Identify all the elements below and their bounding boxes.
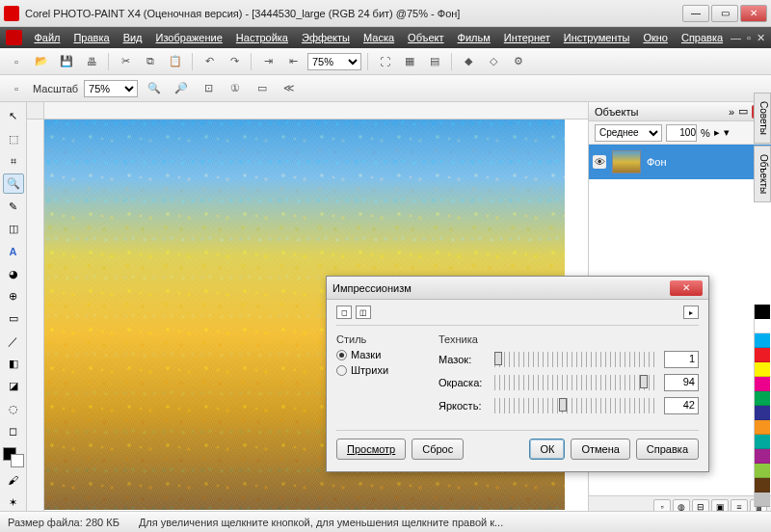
menu-file[interactable]: Файл bbox=[28, 30, 66, 45]
mdi-minimize-button[interactable]: — bbox=[731, 32, 741, 44]
mdi-close-button[interactable]: ✕ bbox=[757, 32, 765, 44]
preview-single-icon[interactable]: ◻ bbox=[336, 306, 352, 319]
ok-button[interactable]: ОК bbox=[529, 439, 565, 460]
paint-tool[interactable]: 🖌 bbox=[3, 469, 24, 490]
mdi-restore-button[interactable]: ▫ bbox=[747, 32, 751, 44]
palette-swatch[interactable] bbox=[755, 348, 770, 362]
style-mazki-radio[interactable]: Мазки bbox=[336, 349, 423, 360]
palette-swatch[interactable] bbox=[755, 305, 770, 319]
layer-item[interactable]: 👁 Фон bbox=[589, 145, 771, 179]
preview-flyout-icon[interactable]: ▸ bbox=[683, 306, 699, 319]
undo-button[interactable]: ↶ bbox=[199, 51, 220, 72]
palette-swatch[interactable] bbox=[755, 377, 770, 391]
preview-split-icon[interactable]: ◫ bbox=[356, 306, 371, 319]
menu-help[interactable]: Справка bbox=[676, 30, 729, 45]
app-menu-icon[interactable] bbox=[6, 30, 22, 45]
palette-swatch[interactable] bbox=[755, 319, 770, 333]
palette-swatch[interactable] bbox=[755, 362, 770, 377]
transparency-tool[interactable]: ◌ bbox=[3, 398, 24, 418]
palette-swatch[interactable] bbox=[755, 435, 770, 449]
crop-tool[interactable]: ⌗ bbox=[3, 151, 24, 172]
pick-tool[interactable]: ↖ bbox=[3, 106, 24, 126]
preview-button[interactable]: Просмотр bbox=[336, 439, 406, 460]
clone-tool[interactable]: ⊕ bbox=[3, 286, 24, 306]
menu-adjust[interactable]: Настройка bbox=[230, 30, 294, 45]
palette-swatch[interactable] bbox=[755, 406, 770, 420]
ruler-origin[interactable] bbox=[27, 102, 44, 120]
menu-effects[interactable]: Эффекты bbox=[296, 30, 356, 45]
menu-movie[interactable]: Фильм bbox=[452, 30, 496, 45]
mask-overlay-icon[interactable]: ◇ bbox=[483, 51, 504, 72]
snapping-button[interactable]: ▤ bbox=[424, 51, 445, 72]
color-swatches[interactable] bbox=[3, 447, 24, 467]
paste-button[interactable]: 📋 bbox=[165, 51, 186, 72]
palette-swatch[interactable] bbox=[755, 492, 770, 507]
menu-mask[interactable]: Маска bbox=[358, 30, 400, 45]
menu-tools[interactable]: Инструменты bbox=[558, 30, 636, 45]
grid-button[interactable]: ▦ bbox=[399, 51, 420, 72]
fill-tool[interactable]: ◧ bbox=[3, 354, 24, 374]
zoom-100-icon[interactable]: ① bbox=[225, 78, 246, 99]
yarkost-value[interactable]: 42 bbox=[664, 397, 699, 414]
options-button[interactable]: ⚙ bbox=[508, 51, 529, 72]
yarkost-slider[interactable] bbox=[494, 398, 656, 413]
zoom-fit-icon[interactable]: ⊡ bbox=[198, 78, 219, 99]
zoom-level-select[interactable]: 75% bbox=[307, 53, 361, 70]
zoom-page-icon[interactable]: ▭ bbox=[252, 78, 273, 99]
redeye-tool[interactable]: ◕ bbox=[3, 263, 24, 283]
menu-image[interactable]: Изображение bbox=[150, 30, 228, 45]
eyedropper-tool[interactable]: ✎ bbox=[3, 196, 24, 216]
zoom-out-icon[interactable]: 🔎 bbox=[171, 78, 192, 99]
launcher-icon[interactable]: ◆ bbox=[458, 51, 479, 72]
prop-icon[interactable]: ▫ bbox=[6, 78, 27, 99]
docker-collapse-icon[interactable]: » bbox=[729, 106, 734, 118]
style-shtrikhi-radio[interactable]: Штрихи bbox=[336, 364, 423, 376]
hints-tab[interactable]: Советы bbox=[754, 93, 771, 144]
palette-swatch[interactable] bbox=[755, 478, 770, 492]
palette-swatch[interactable] bbox=[755, 391, 770, 406]
menu-window[interactable]: Окно bbox=[637, 30, 674, 45]
new-button[interactable]: ▫ bbox=[6, 51, 27, 72]
dialog-close-button[interactable]: ✕ bbox=[670, 280, 703, 296]
zoom-prev-icon[interactable]: ≪ bbox=[279, 78, 300, 99]
window-close-button[interactable]: ✕ bbox=[740, 5, 767, 22]
zoom-input[interactable]: 75% bbox=[84, 80, 138, 97]
rectangle-tool[interactable]: ▭ bbox=[3, 308, 24, 329]
okraska-value[interactable]: 94 bbox=[664, 374, 699, 391]
objects-tab[interactable]: Объекты bbox=[754, 146, 771, 202]
ruler-horizontal[interactable] bbox=[44, 102, 588, 120]
menu-object[interactable]: Объект bbox=[402, 30, 449, 45]
dropshadow-tool[interactable]: ◻ bbox=[3, 421, 24, 441]
zoom-in-icon[interactable]: 🔍 bbox=[144, 78, 165, 99]
blend-mode-select[interactable]: Среднее bbox=[595, 124, 662, 142]
palette-swatch[interactable] bbox=[755, 333, 770, 348]
import-button[interactable]: ⇥ bbox=[257, 51, 279, 72]
print-button[interactable]: 🖶 bbox=[81, 51, 102, 72]
help-button[interactable]: Справка bbox=[636, 439, 699, 460]
window-maximize-button[interactable]: ▭ bbox=[711, 5, 738, 22]
cancel-button[interactable]: Отмена bbox=[571, 439, 629, 460]
copy-button[interactable]: ⧉ bbox=[140, 51, 161, 72]
eraser-tool[interactable]: ◫ bbox=[3, 219, 24, 239]
cut-button[interactable]: ✂ bbox=[115, 51, 136, 72]
ruler-vertical[interactable] bbox=[27, 120, 44, 517]
zoom-tool[interactable]: 🔍 bbox=[3, 173, 24, 194]
menu-internet[interactable]: Интернет bbox=[498, 30, 556, 45]
menu-view[interactable]: Вид bbox=[118, 30, 148, 45]
menu-edit[interactable]: Правка bbox=[67, 30, 115, 45]
save-button[interactable]: 💾 bbox=[56, 51, 77, 72]
mask-rect-tool[interactable]: ⬚ bbox=[3, 128, 24, 148]
mazok-slider[interactable] bbox=[494, 352, 656, 367]
fullscreen-button[interactable]: ⛶ bbox=[374, 51, 395, 72]
docker-menu-icon[interactable]: ▭ bbox=[738, 105, 748, 118]
okraska-slider[interactable] bbox=[494, 375, 656, 390]
redo-button[interactable]: ↷ bbox=[224, 51, 245, 72]
text-tool[interactable]: A bbox=[3, 241, 24, 261]
layer-visibility-icon[interactable]: 👁 bbox=[593, 155, 606, 169]
lock-icon[interactable]: ▾ bbox=[724, 126, 730, 139]
mazok-value[interactable]: 1 bbox=[664, 351, 699, 368]
palette-swatch[interactable] bbox=[755, 449, 770, 464]
export-button[interactable]: ⇤ bbox=[282, 51, 304, 72]
interactive-fill-tool[interactable]: ◪ bbox=[3, 376, 24, 396]
reset-button[interactable]: Сброс bbox=[412, 439, 464, 460]
